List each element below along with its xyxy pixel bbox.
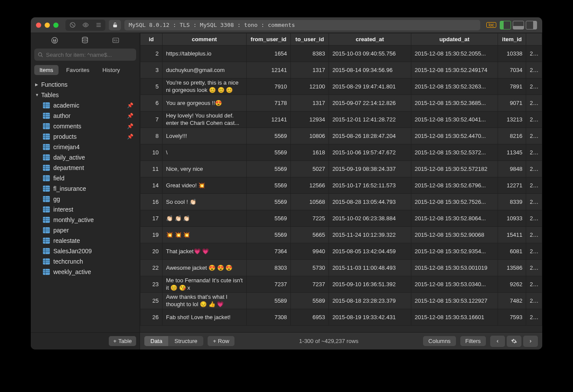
cell-created-at[interactable]: 2015-08-28 13:05:44.793 (329, 194, 411, 210)
cell-comment[interactable]: Lovely!!! (163, 128, 247, 144)
cell-trailing[interactable]: 216 (526, 177, 542, 194)
cell-created-at[interactable]: 2015-11-24 10:12:39.322 (329, 227, 411, 243)
cell-item-id[interactable]: 7482 (498, 293, 526, 309)
zoom-window[interactable] (53, 23, 59, 28)
table-row[interactable]: 20That jacket💗 💗736499402015-08-05 13:42… (140, 243, 542, 260)
sidebar-table-realestate[interactable]: realestate (31, 235, 140, 246)
filters-button[interactable]: Filters (460, 336, 486, 346)
cell-to-user-id[interactable]: 7225 (291, 210, 329, 227)
table-row[interactable]: 5You're so pretty, this is a nice ni gor… (140, 78, 542, 95)
view-structure[interactable]: Structure (168, 336, 203, 346)
cell-id[interactable]: 6 (140, 95, 163, 111)
cell-to-user-id[interactable]: 5730 (291, 260, 329, 276)
cell-comment[interactable]: \ (163, 144, 247, 161)
cell-id[interactable]: 5 (140, 78, 163, 95)
table-row[interactable]: 23Me too Fernanda! It's cute isn't it 😊 … (140, 276, 542, 293)
cell-updated-at[interactable]: 2015-12-08 15:30:52.4470... (411, 128, 498, 144)
cell-comment[interactable]: Hey lovely! You should def. enter the Ch… (163, 111, 247, 128)
sidebar-table-fl_insurance[interactable]: fl_insurance (31, 183, 140, 194)
sidebar-table-interest[interactable]: interest (31, 204, 140, 215)
cell-trailing[interactable]: 216 (526, 309, 542, 326)
cell-from-user-id[interactable]: 5569 (247, 194, 291, 210)
cell-comment[interactable]: duchuykun@gmail.com (163, 62, 247, 78)
cell-id[interactable]: 3 (140, 62, 163, 78)
tab-favorites[interactable]: Favorites (61, 65, 94, 75)
table-row[interactable]: 14Great video! 💥5569125662015-10-17 16:5… (140, 177, 542, 194)
table-row[interactable]: 22Awesome jacket 😍 😍 😍830357302015-11-03… (140, 260, 542, 276)
sidebar-table-academic[interactable]: academic📌 (31, 100, 140, 111)
cell-comment[interactable]: You are gorgeous !!😍 (163, 95, 247, 111)
cell-comment[interactable]: Nice, very nice (163, 161, 247, 177)
cell-id[interactable]: 8 (140, 128, 163, 144)
cell-from-user-id[interactable]: 7178 (247, 95, 291, 111)
tables-group[interactable]: ▼Tables (31, 90, 140, 100)
cell-created-at[interactable]: 2015-08-18 23:28:23.379 (329, 293, 411, 309)
minimize-window[interactable] (45, 23, 50, 28)
cell-from-user-id[interactable]: 12141 (247, 62, 291, 78)
sidebar-table-paper[interactable]: paper (31, 225, 140, 235)
cell-from-user-id[interactable]: 5569 (247, 177, 291, 194)
sidebar-table-gg[interactable]: gg (31, 194, 140, 204)
cell-from-user-id[interactable]: 5569 (247, 161, 291, 177)
cell-created-at[interactable]: 2015-09-19 08:38:24.337 (329, 161, 411, 177)
cell-to-user-id[interactable]: 12100 (291, 78, 329, 95)
col-trailing[interactable] (526, 33, 542, 46)
connection-path[interactable]: MySQL 8.0.12 : TLS : MySQL 3308 : tono :… (124, 20, 480, 30)
cell-comment[interactable]: Awesome jacket 😍 😍 😍 (163, 260, 247, 276)
cell-id[interactable]: 22 (140, 260, 163, 276)
cell-trailing[interactable]: 216 (526, 194, 542, 210)
grid-scroll[interactable]: id comment from_user_id to_user_id creat… (140, 33, 542, 332)
sidebar-table-SalesJan2009[interactable]: SalesJan2009 (31, 246, 140, 256)
cell-item-id[interactable]: 10933 (498, 210, 526, 227)
cell-to-user-id[interactable]: 6953 (291, 309, 329, 326)
database-icon[interactable] (80, 36, 90, 44)
sidebar-table-author[interactable]: author📌 (31, 111, 140, 121)
cell-to-user-id[interactable]: 1317 (291, 62, 329, 78)
cell-item-id[interactable]: 6081 (498, 243, 526, 260)
cell-created-at[interactable]: 2015-11-03 11:00:48.493 (329, 260, 411, 276)
cell-created-at[interactable]: 2015-08-14 09:34:56.96 (329, 62, 411, 78)
settings-gear[interactable] (507, 336, 521, 347)
sidebar-table-crimejan4[interactable]: crimejan4 (31, 142, 140, 152)
cell-item-id[interactable]: 13586 (498, 260, 526, 276)
cell-updated-at[interactable]: 2015-12-08 15:30:52.4041... (411, 111, 498, 128)
table-row[interactable]: 16So cool ! 👏🏻5569105682015-08-28 13:05:… (140, 194, 542, 210)
cell-from-user-id[interactable]: 1654 (247, 46, 291, 62)
col-comment[interactable]: comment (163, 33, 247, 46)
layout-bottom-panel[interactable] (513, 21, 524, 29)
cell-from-user-id[interactable]: 5569 (247, 227, 291, 243)
cell-id[interactable]: 26 (140, 309, 163, 326)
cell-item-id[interactable]: 7034 (498, 62, 526, 78)
cell-item-id[interactable]: 9071 (498, 95, 526, 111)
cell-created-at[interactable]: 2015-12-01 12:41:28.722 (329, 111, 411, 128)
cell-created-at[interactable]: 2015-09-07 22:14:12.826 (329, 95, 411, 111)
tab-history[interactable]: History (97, 65, 125, 75)
plug-icon[interactable] (49, 36, 60, 44)
list-icon[interactable] (92, 20, 104, 30)
cell-id[interactable]: 19 (140, 227, 163, 243)
cell-id[interactable]: 11 (140, 161, 163, 177)
cell-updated-at[interactable]: 2015-12-08 15:30:52.7526... (411, 194, 498, 210)
tab-items[interactable]: Items (34, 65, 59, 75)
stop-icon[interactable] (66, 20, 78, 30)
add-row-button[interactable]: +Row (208, 336, 234, 346)
cell-item-id[interactable]: 8216 (498, 128, 526, 144)
cell-to-user-id[interactable]: 12934 (291, 111, 329, 128)
cell-trailing[interactable]: 216 (526, 161, 542, 177)
eye-icon[interactable] (79, 20, 91, 30)
cell-from-user-id[interactable]: 8303 (247, 260, 291, 276)
table-row[interactable]: 8Lovely!!!5569108062015-08-26 18:28:47.2… (140, 128, 542, 144)
sidebar-table-comments[interactable]: comments📌 (31, 121, 140, 131)
cell-updated-at[interactable]: 2015-12-08 15:30:52.6796... (411, 177, 498, 194)
table-row[interactable]: 17👏🏻 👏🏻 👏🏻556972252015-10-02 06:23:38.88… (140, 210, 542, 227)
cell-to-user-id[interactable]: 10568 (291, 194, 329, 210)
cell-comment[interactable]: 💥 💥 💥 (163, 227, 247, 243)
cell-comment[interactable]: That jacket💗 💗 (163, 243, 247, 260)
cell-from-user-id[interactable]: 5589 (247, 293, 291, 309)
sidebar-table-monthly_active[interactable]: monthly_active (31, 215, 140, 225)
layout-right-panel[interactable] (526, 21, 537, 29)
table-row[interactable]: 10\556916182015-10-06 19:57:47.6722015-1… (140, 144, 542, 161)
cell-updated-at[interactable]: 2015-12-08 15:30:53.16601 (411, 309, 498, 326)
cell-item-id[interactable]: 7891 (498, 78, 526, 95)
cell-comment[interactable]: Great video! 💥 (163, 177, 247, 194)
